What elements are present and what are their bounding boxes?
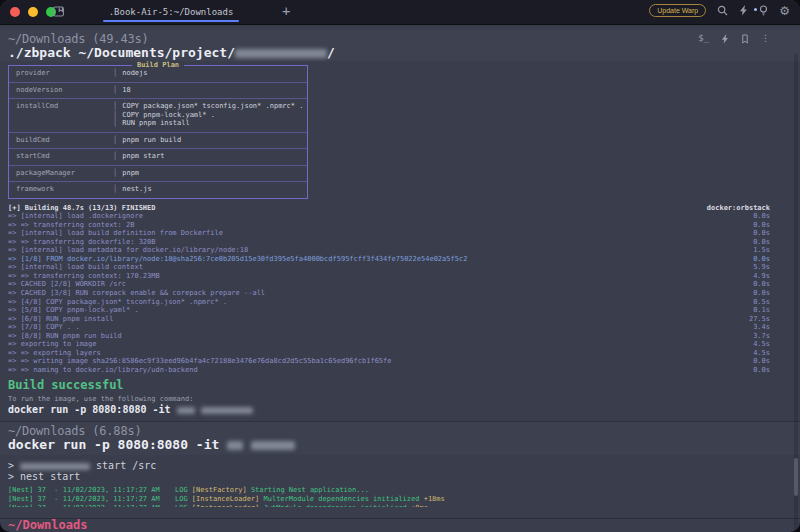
docker-log-line: => CACHED [3/8] RUN corepack enable && c… [8,289,770,298]
build-plan-value-text: pnpm run build [117,136,181,144]
build-plan-row: nodeVersion│18 [9,82,307,99]
log-text: => [1/8] FROM docker.io/library/node:18@… [8,255,467,264]
log-duration: 1.5s [753,246,770,255]
log-duration: 0.0s [753,221,770,230]
log-duration: 0.0s [753,212,770,221]
build-plan-value-line: │nest.js [113,185,152,194]
build-plan-value-text: RUN pnpm install [117,119,189,127]
minimize-window-button[interactable] [28,7,38,17]
build-plan-row: installCmd│COPY package.json* tsconfig.j… [9,98,307,132]
active-tab-indicator [103,20,239,22]
window-controls [10,7,56,17]
log-duration: 3.7s [753,332,770,341]
build-plan-value-text: pnpm start [117,152,164,160]
log-duration: 4.9s [753,272,770,281]
nest-log-message: JwtModule dependencies initialized [264,504,407,508]
redacted-image-name [251,441,295,450]
log-duration: 0.0s [753,238,770,247]
build-plan-value-text: pnpm [117,169,139,177]
build-plan-row: packageManager│pnpm [9,165,307,182]
docker-log-lines: => [internal] load .dockerignore0.0s=> =… [8,212,770,374]
build-plan-value: │pnpm start [113,149,164,165]
new-tab-button[interactable]: + [276,2,296,20]
more-options-icon[interactable]: ⋮ [761,34,770,43]
ai-lightning-icon[interactable] [739,5,748,16]
log-duration: 0.0s [753,366,770,375]
docker-log-line: => [internal] load .dockerignore0.0s [8,212,770,221]
scrollbar-track[interactable] [794,53,798,532]
build-plan-row: buildCmd│pnpm run build [9,132,307,149]
build-plan-value-line: │pnpm run build [113,136,181,145]
build-plan-table: Build Plan provider│nodejsnodeVersion│18… [8,65,308,199]
terminal-content: ~/Downloads (49.43s) $_ ⋮ ./zbpack ~/Doc… [0,25,800,532]
log-duration: 4.5s [753,340,770,349]
docker-log-line: => [internal] load metadata for docker.i… [8,246,770,255]
log-text: => CACHED [3/8] RUN corepack enable && c… [8,289,265,298]
log-text: => [7/8] COPY . . [8,323,80,332]
build-plan-key: framework [9,182,113,198]
docker-log-line: => [internal] load build context5.9s [8,263,770,272]
nest-log-context: [NestFactory] [192,486,251,494]
docker-log-line: => => transferring context: 170.23MB4.9s [8,272,770,281]
update-warp-button[interactable]: Update Warp [649,4,706,17]
build-plan-key: buildCmd [9,133,113,149]
tab-bar: .Book-Air-5:~/Downloads + Update Warp [0,0,800,25]
command-block-1: ~/Downloads (49.43s) $_ ⋮ ./zbpack ~/Doc… [0,30,800,61]
redacted-image-name [201,407,253,414]
build-plan-key: provider [9,66,113,82]
zbpack-command: ./zbpack ~/Documents/project// [8,45,770,61]
search-icon[interactable] [717,5,728,16]
build-plan-value: │pnpm run build [113,133,181,149]
docker-log-line: => exporting to image4.5s [8,340,770,349]
build-plan-row: framework│nest.js [9,181,307,198]
log-duration: 0.0s [753,357,770,366]
block1-context: ~/Downloads (49.43s) [8,32,149,46]
titlebar-actions: Update Warp ⚙ [649,4,790,17]
nest-log-line: [Nest] 37 - 11/02/2023, 11:17:27 AMLOG [… [8,486,770,495]
build-plan-value-line: │pnpm [113,169,139,178]
log-duration: 4.5s [753,349,770,358]
log-text: => exporting to image [8,340,97,349]
build-plan-value-line: │COPY pnpm-lock.yaml* . [113,111,303,120]
build-plan-value: │COPY package.json* tsconfig.json* .npmr… [113,99,303,132]
build-plan-value-line: │pnpm start [113,152,164,161]
build-plan-value: │pnpm [113,166,139,182]
close-window-button[interactable] [10,7,20,17]
tab-title: .Book-Air-5:~/Downloads [109,7,234,17]
docker-log-line: => => writing image sha256:8586ec9f33eed… [8,357,770,366]
docker-log-line: => [internal] load build definition from… [8,229,770,238]
log-text: => [internal] load build definition from… [8,229,223,238]
docker-log-line: => CACHED [2/8] WORKDIR /src0.0s [8,280,770,289]
nest-log-level: LOG [175,504,192,508]
build-plan-row: startCmd│pnpm start [9,148,307,165]
ai-command-icon[interactable] [721,34,729,44]
nest-log-level: LOG [175,486,192,494]
warp-terminal-window: .Book-Air-5:~/Downloads + Update Warp [0,0,800,532]
log-text: => [4/8] COPY package.json* tsconfig.jso… [8,298,227,307]
scrollbar-thumb[interactable] [794,458,798,496]
log-duration: 0.0s [753,280,770,289]
block2-context: ~/Downloads (6.88s) [8,424,141,438]
log-text: => => writing image sha256:8586ec9f33eed… [8,357,392,366]
notifications-bulb-icon[interactable] [759,5,768,16]
npm-start-line: > start /src [8,460,770,471]
build-plan-value-line: │18 [113,86,131,95]
settings-gear-icon[interactable]: ⚙ [779,5,790,17]
log-text: => CACHED [2/8] WORKDIR /src [8,280,126,289]
log-duration: 0.1s [753,306,770,315]
bookmarks-panel-icon[interactable] [52,5,65,18]
log-duration: 27.5s [749,315,770,324]
log-text: => => exporting layers [8,349,101,358]
tab-downloads[interactable]: .Book-Air-5:~/Downloads [103,0,239,23]
nest-log-prefix: [Nest] 37 - 11/02/2023, 11:17:27 AM [8,486,175,495]
docker-build-log: [+] Building 48.7s (13/13) FINISHED dock… [0,204,770,375]
docker-log-line: => [7/8] COPY . .3.4s [8,323,770,332]
docker-log-line: => [1/8] FROM docker.io/library/node:18@… [8,255,770,264]
bookmark-block-icon[interactable] [741,34,749,44]
build-plan-value-text: COPY pnpm-lock.yaml* . [117,111,215,119]
log-text: => [6/8] RUN pnpm install [8,315,113,324]
log-duration: 0.0s [753,229,770,238]
redacted-flag [177,407,195,414]
open-terminal-icon[interactable]: $_ [698,34,709,43]
build-plan-value-text: COPY package.json* tsconfig.json* .npmrc… [117,102,303,110]
